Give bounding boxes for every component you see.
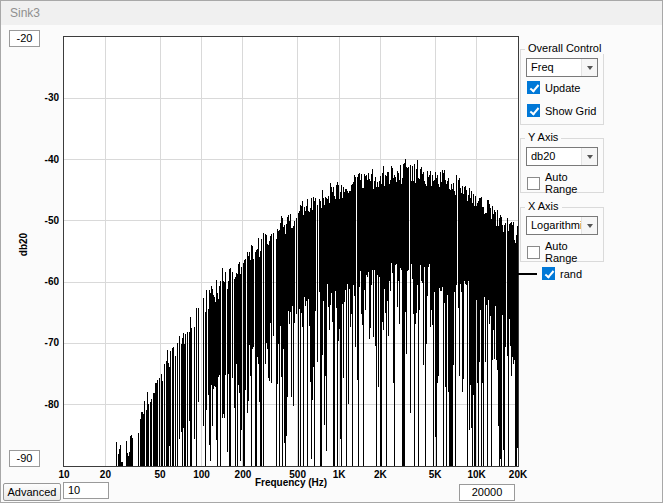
x-scale-select[interactable]: Logarithmic <box>526 216 598 235</box>
y-tick-label: -50 <box>31 215 59 226</box>
show-grid-checkbox[interactable] <box>527 104 540 117</box>
spectrum-trace <box>64 37 518 466</box>
rand-series-label: rand <box>560 268 582 280</box>
y-tick-label: -70 <box>31 337 59 348</box>
y-auto-range-checkbox[interactable] <box>527 177 540 190</box>
y-axis-group: Y Axis db20 Auto Range <box>520 138 604 193</box>
chevron-down-icon[interactable] <box>581 148 597 165</box>
x-axis-title: Frequency (Hz) <box>63 477 519 488</box>
y-tick-label: -80 <box>31 399 59 410</box>
y-auto-range-checkbox-row[interactable]: Auto Range <box>527 171 603 195</box>
series-color-sample <box>515 273 537 275</box>
show-grid-checkbox-row[interactable]: Show Grid <box>527 104 596 117</box>
domain-select[interactable]: Freq <box>526 58 598 77</box>
y-axis-group-label: Y Axis <box>525 131 561 143</box>
x-axis-group: X Axis Logarithmic Auto Range <box>520 207 604 262</box>
x-auto-range-checkbox-label: Auto Range <box>545 240 603 264</box>
chevron-down-icon[interactable] <box>581 217 597 234</box>
chevron-down-icon[interactable] <box>581 59 597 76</box>
show-grid-checkbox-label: Show Grid <box>545 105 596 117</box>
rand-series-checkbox[interactable] <box>542 267 555 280</box>
y-axis-title: db20 <box>18 229 29 261</box>
y-max-input[interactable]: -20 <box>9 30 40 47</box>
y-tick-label: -30 <box>31 92 59 103</box>
titlebar[interactable]: Sink3 <box>1 1 662 25</box>
y-tick-label: -40 <box>31 154 59 165</box>
x-axis-group-label: X Axis <box>525 200 562 212</box>
update-checkbox-row[interactable]: Update <box>527 81 580 94</box>
x-auto-range-checkbox[interactable] <box>527 246 540 259</box>
y-auto-range-checkbox-label: Auto Range <box>545 171 603 195</box>
y-scale-select[interactable]: db20 <box>526 147 598 166</box>
y-tick-label: -60 <box>31 276 59 287</box>
sink3-window: Sink3 -20 -90 db20 -30-40-50-60-70-80 10… <box>0 0 663 503</box>
window-title: Sink3 <box>10 6 40 20</box>
x-auto-range-checkbox-row[interactable]: Auto Range <box>527 240 603 264</box>
y-scale-select-value: db20 <box>531 150 555 162</box>
update-checkbox-label: Update <box>545 82 580 94</box>
update-checkbox[interactable] <box>527 81 540 94</box>
x-min-input[interactable]: 10 <box>63 482 109 499</box>
x-max-input[interactable]: 20000 <box>459 484 515 501</box>
legend: rand <box>515 267 582 280</box>
advanced-button[interactable]: Advanced <box>3 483 61 501</box>
plot-area[interactable] <box>63 36 519 467</box>
y-min-input[interactable]: -90 <box>9 450 40 467</box>
domain-select-value: Freq <box>531 61 554 73</box>
x-scale-select-value: Logarithmic <box>531 219 588 231</box>
overall-control-group: Overall Control Freq Update Show Grid <box>520 49 604 125</box>
overall-control-group-label: Overall Control <box>525 42 604 54</box>
